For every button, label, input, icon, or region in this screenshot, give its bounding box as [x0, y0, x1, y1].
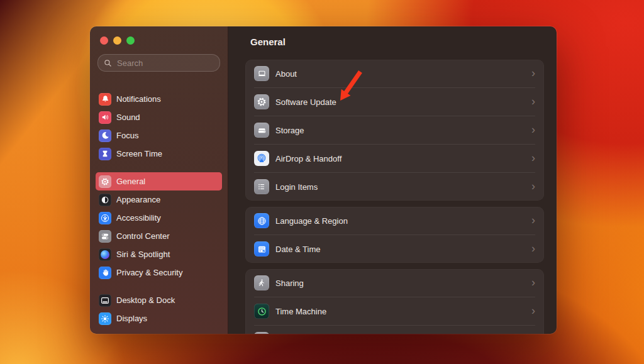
- gear-icon: [99, 175, 111, 188]
- row-airdrop-handoff[interactable]: AirDrop & Handoff ›: [245, 145, 544, 172]
- calendar-icon: [254, 241, 269, 256]
- sidebar-item-label: Privacy & Security: [116, 268, 182, 277]
- sidebar-nav: Notifications Sound Focus Screen Time: [90, 90, 228, 328]
- row-storage[interactable]: Storage ›: [245, 116, 544, 144]
- hourglass-icon: [99, 148, 111, 160]
- sidebar-item-label: Displays: [116, 314, 147, 323]
- row-label: Login Items: [275, 182, 525, 192]
- minimize-button[interactable]: [113, 36, 121, 45]
- drive-icon: [254, 123, 269, 138]
- sidebar-item-control-center[interactable]: Control Center: [96, 227, 222, 245]
- search-input[interactable]: [116, 58, 214, 69]
- chevron-right-icon: ›: [531, 124, 535, 136]
- chevron-right-icon: ›: [531, 305, 535, 317]
- chevron-right-icon: ›: [531, 180, 535, 193]
- sidebar-item-label: Focus: [116, 131, 138, 140]
- chevron-right-icon: ›: [531, 152, 535, 165]
- airdrop-icon: [254, 151, 269, 166]
- row-label: Storage: [275, 126, 525, 135]
- row-login-items[interactable]: Login Items ›: [245, 173, 544, 201]
- desktop-dock-icon: [99, 294, 111, 307]
- chevron-right-icon: ›: [531, 67, 535, 80]
- sidebar-item-appearance[interactable]: Appearance: [96, 190, 222, 209]
- settings-card-language: Language & Region › Date & Time ›: [245, 207, 544, 263]
- row-label: Software Update: [275, 97, 525, 107]
- settings-cards: About › Software Update › Storage ›: [245, 47, 544, 334]
- sidebar-item-label: Desktop & Dock: [116, 295, 175, 305]
- search-field[interactable]: [97, 54, 220, 72]
- bell-icon: [99, 93, 111, 106]
- siri-orb-icon: [99, 248, 111, 261]
- row-sharing[interactable]: Sharing ›: [245, 269, 544, 297]
- list-icon: [254, 179, 269, 194]
- traffic-lights: [90, 26, 228, 45]
- sidebar-item-displays[interactable]: Displays: [96, 309, 222, 328]
- sidebar-item-label: Siri & Spotlight: [116, 250, 170, 259]
- row-software-update[interactable]: Software Update ›: [245, 88, 544, 116]
- sidebar-item-accessibility[interactable]: Accessibility: [96, 209, 222, 227]
- chevron-right-icon: ›: [531, 96, 535, 108]
- appearance-icon: [99, 194, 111, 206]
- settings-card-about: About › Software Update › Storage ›: [245, 60, 544, 201]
- close-button[interactable]: [100, 36, 108, 45]
- accessibility-icon: [99, 212, 111, 224]
- row-label: Language & Region: [275, 216, 525, 226]
- chevron-right-icon: ›: [531, 243, 535, 255]
- moon-icon: [99, 130, 111, 142]
- content-pane: General About › Software Update › Storag: [228, 26, 557, 334]
- row-date-time[interactable]: Date & Time ›: [245, 235, 544, 263]
- sidebar-item-label: Notifications: [116, 94, 161, 104]
- chevron-right-icon: ›: [531, 277, 535, 289]
- search-icon: [104, 59, 112, 67]
- sidebar-item-privacy-security[interactable]: Privacy & Security: [96, 263, 222, 282]
- settings-card-sharing: Sharing › Time Machine ›: [245, 269, 544, 334]
- row-clipped[interactable]: [245, 326, 544, 334]
- sidebar-item-siri-spotlight[interactable]: Siri & Spotlight: [96, 245, 222, 263]
- sidebar-item-label: Screen Time: [116, 149, 162, 158]
- row-about[interactable]: About ›: [245, 60, 544, 87]
- sidebar-item-label: Sound: [116, 113, 140, 122]
- sidebar-item-label: Control Center: [116, 231, 170, 241]
- sidebar-item-label: Appearance: [116, 195, 160, 204]
- globe-icon: [254, 213, 269, 228]
- laptop-icon: [254, 66, 269, 81]
- chevron-right-icon: ›: [531, 214, 535, 227]
- sidebar-item-label: Accessibility: [116, 213, 161, 223]
- clipped-icon: [254, 332, 269, 334]
- walking-person-icon: [254, 275, 269, 290]
- sidebar-item-general[interactable]: General: [96, 172, 222, 190]
- row-label: Date & Time: [275, 245, 525, 254]
- sun-icon: [99, 312, 111, 325]
- row-label: Time Machine: [275, 307, 525, 316]
- row-label: Sharing: [275, 279, 525, 288]
- zoom-button[interactable]: [126, 36, 135, 45]
- sidebar-item-notifications[interactable]: Notifications: [96, 90, 222, 108]
- row-time-machine[interactable]: Time Machine ›: [245, 297, 544, 325]
- sidebar-item-focus[interactable]: Focus: [96, 126, 222, 145]
- page-title: General: [228, 26, 557, 47]
- speaker-icon: [99, 111, 111, 124]
- sidebar-item-desktop-dock[interactable]: Desktop & Dock: [96, 291, 222, 309]
- sidebar: Notifications Sound Focus Screen Time: [90, 26, 228, 334]
- time-machine-icon: [254, 304, 269, 319]
- system-settings-window: Notifications Sound Focus Screen Time: [90, 26, 557, 334]
- sidebar-item-screen-time[interactable]: Screen Time: [96, 145, 222, 163]
- toggles-icon: [99, 230, 111, 243]
- hand-icon: [99, 267, 111, 279]
- sidebar-item-label: General: [116, 177, 145, 186]
- row-label: About: [275, 69, 525, 79]
- update-gear-icon: [254, 94, 269, 109]
- sidebar-item-sound[interactable]: Sound: [96, 108, 222, 126]
- row-language-region[interactable]: Language & Region ›: [245, 207, 544, 234]
- row-label: AirDrop & Handoff: [275, 154, 525, 163]
